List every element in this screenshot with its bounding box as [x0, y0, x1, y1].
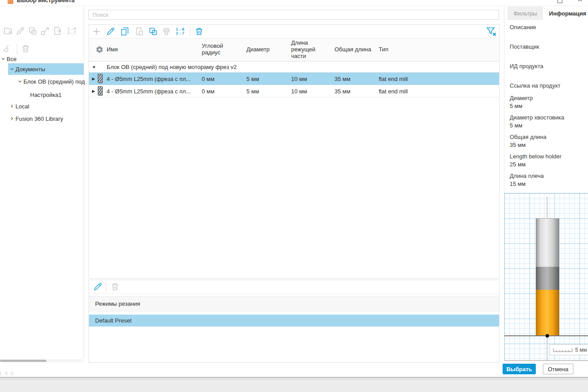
field-label: Ссылка на продукт — [510, 82, 585, 89]
tree-item-local[interactable]: Local — [10, 100, 29, 112]
tool-tip-dot — [546, 334, 549, 338]
close-icon[interactable]: ✕ — [577, 0, 583, 3]
field-label: Длина плеча — [510, 173, 585, 179]
table-group-row[interactable]: ▼ Блок ОВ (средний) под новую мотораму ф… — [89, 62, 499, 73]
maximize-icon[interactable] — [557, 0, 562, 3]
column-header-corner-radius[interactable]: Угловой радиус — [202, 42, 233, 56]
field-label: Length below holder — [510, 153, 585, 160]
clear-filter-icon[interactable] — [485, 26, 498, 37]
cell-overall-length: 35 мм — [334, 88, 350, 95]
duplicate-button[interactable] — [148, 26, 158, 37]
info-field-shoulder-length: Длина плеча 15 мм — [510, 173, 585, 187]
toolbar-separator — [106, 282, 106, 292]
add-tool-button[interactable] — [91, 26, 102, 37]
left-panel-hscrollbar[interactable] — [0, 359, 84, 362]
tab-label: Фильтры — [513, 10, 537, 17]
column-header-name[interactable]: Имя — [107, 46, 118, 53]
tab-information[interactable]: Информация — [543, 7, 588, 20]
select-button[interactable]: Выбрать — [503, 364, 536, 374]
tool-neck — [536, 267, 559, 290]
field-label: Диаметр хвостовика — [510, 114, 585, 121]
column-header-overall-length[interactable]: Общая длина — [334, 46, 371, 53]
info-field-overall-length: Общая длина 35 мм — [510, 134, 585, 148]
field-value: 5 мм — [510, 103, 585, 109]
info-field-product-link: Ссылка на продукт — [510, 82, 585, 90]
toolbar-separator — [17, 43, 17, 54]
table-row[interactable]: ▶ 4 - Ø5mm L25mm (фреза с пл... 0 мм 5 м… — [89, 73, 499, 85]
cell-flute-length: 10 мм — [291, 88, 307, 95]
toolbar-divider — [89, 293, 499, 294]
field-label: ИД продукта — [510, 63, 585, 69]
tree-item-documents[interactable]: Документы — [10, 63, 45, 75]
tool-shank — [536, 218, 559, 267]
cell-overall-length: 35 мм — [334, 76, 350, 82]
renumber-button[interactable]: 1→62→7 — [174, 26, 186, 37]
preset-item-selected[interactable]: Default Preset — [89, 315, 499, 327]
paste-button[interactable] — [134, 26, 144, 37]
tree-item-label: Local — [15, 103, 29, 110]
group-label: Блок ОВ (средний) под новую мотораму фре… — [107, 64, 237, 70]
table-header: Имя Угловой радиус Диаметр Длина режущей… — [89, 38, 499, 61]
scrollbar-thumb[interactable] — [0, 360, 46, 362]
delete-preset-button[interactable] — [110, 281, 120, 292]
edit-preset-button[interactable] — [92, 281, 103, 292]
cancel-button[interactable]: Отмена — [543, 364, 573, 374]
cell-type: flat end mill — [379, 76, 408, 82]
tree-item-label: Fusion 360 Library — [15, 115, 63, 122]
field-value: 5 мм — [510, 122, 585, 129]
delete-tool-button[interactable] — [20, 43, 31, 54]
add-group-button[interactable] — [3, 26, 13, 36]
tree-item-label: Документы — [15, 66, 45, 73]
cell-diameter: 5 мм — [246, 88, 259, 95]
field-label: Диаметр — [510, 95, 585, 101]
tab-label: Информация — [549, 10, 586, 17]
dialog-bottom-edge — [0, 377, 588, 392]
expand-triangle-icon[interactable]: ▶ — [92, 89, 95, 93]
renumber-button[interactable]: 1→62→7 — [65, 26, 78, 36]
export-button[interactable] — [52, 26, 63, 36]
duplicate-button[interactable] — [27, 26, 38, 36]
collapse-triangle-icon[interactable]: ▼ — [92, 65, 96, 69]
chevron-down-icon — [1, 57, 5, 61]
copy-button[interactable] — [119, 26, 130, 37]
tool-axis-line — [547, 336, 547, 361]
holder-button[interactable] — [161, 26, 172, 37]
column-header-diameter[interactable]: Диаметр — [246, 46, 269, 53]
table-row[interactable]: ▶ 4 - Ø5mm L25mm (фреза с пл... 0 мм 5 м… — [89, 85, 499, 97]
tool-flute — [536, 290, 559, 336]
cell-name: 4 - Ø5mm L25mm (фреза с пл... — [107, 76, 191, 82]
info-field-description: Описание — [510, 24, 585, 32]
cell-corner-radius: 0 мм — [202, 76, 215, 82]
edit-tool-button[interactable] — [15, 26, 26, 36]
column-header-flute-length[interactable]: Длина режущей части — [291, 39, 323, 59]
move-to-button[interactable] — [40, 26, 50, 36]
tree-item-setup1[interactable]: Настройка1 — [30, 89, 61, 100]
tab-filters[interactable]: Фильтры — [507, 7, 543, 20]
scale-indicator: 5 мм — [550, 344, 588, 355]
scale-label: 5 мм — [575, 347, 587, 353]
search-input[interactable] — [88, 10, 499, 20]
expand-triangle-icon[interactable]: ▶ — [92, 77, 95, 81]
end-mill-icon — [98, 74, 103, 83]
field-label: Поставщик — [510, 43, 585, 50]
column-header-type[interactable]: Тип — [379, 46, 388, 53]
cleanup-button[interactable] — [2, 43, 12, 54]
field-label: Описание — [510, 24, 585, 31]
presets-header-label: Режимы резания — [95, 300, 140, 307]
field-value: 15 мм — [510, 181, 585, 187]
end-mill-icon — [98, 86, 103, 96]
info-field-shaft-diameter: Диаметр хвостовика 5 мм — [510, 114, 585, 129]
cell-name: 4 - Ø5mm L25mm (фреза с пл... — [107, 88, 191, 95]
field-value: 25 мм — [510, 161, 585, 168]
delete-button[interactable] — [194, 26, 204, 37]
edit-button[interactable] — [105, 26, 116, 37]
field-label: Общая длина — [510, 134, 585, 140]
tree-item-fusion-library[interactable]: Fusion 360 Library — [10, 113, 63, 124]
tool-table-panel: 1→62→7 Имя Угловой радиус Диаметр Длина … — [88, 24, 500, 279]
column-settings-gear-icon[interactable] — [94, 44, 105, 55]
chevron-down-icon — [10, 67, 14, 71]
chevron-right-icon — [10, 104, 14, 108]
field-value: 35 мм — [510, 142, 585, 148]
cell-flute-length: 10 мм — [291, 76, 307, 82]
tree-item-blok-ov[interactable]: Блок ОВ (средний) под — [18, 76, 85, 87]
